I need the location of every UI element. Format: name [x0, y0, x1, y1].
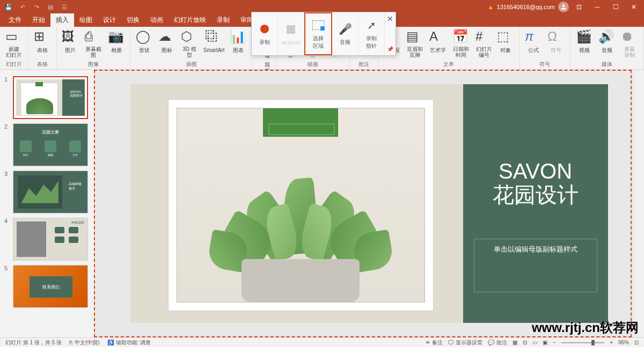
vertical-scrollbar[interactable]	[634, 70, 644, 337]
smartart-button[interactable]: ⿻ SmartArt	[201, 28, 226, 59]
model3d-button[interactable]: ⬡ 3D 模型	[179, 28, 200, 59]
zoom-level[interactable]: 86%	[618, 339, 629, 345]
group-media-label: 媒体	[602, 60, 612, 68]
symbol-icon: Ω	[547, 29, 565, 46]
group-comment-label: 批注	[358, 60, 369, 68]
ribbon-options-icon[interactable]: ⊡	[571, 1, 587, 13]
zoom-out-button[interactable]: −	[553, 339, 556, 345]
smartart-icon: ⿻	[206, 29, 223, 46]
menu-draw[interactable]: 绘图	[74, 13, 98, 27]
workspace: 1 SAVON花园设计 2 花园元素种子灌溉天气 3 高端种植季节 4 种植花园…	[0, 70, 644, 337]
thumb-5[interactable]: 联系我们	[13, 265, 88, 308]
new-slide-button[interactable]: ▭ 新建幻灯片	[3, 28, 25, 59]
group-symbol-label: 符号	[539, 60, 550, 68]
slidenum-button[interactable]: # 幻灯片编号	[474, 28, 494, 59]
display-settings[interactable]: 🖵 显示器设置	[448, 339, 482, 346]
album-button[interactable]: 📷 相册	[106, 28, 127, 59]
thumbnails-panel[interactable]: 1 SAVON花园设计 2 花园元素种子灌溉天气 3 高端种植季节 4 种植花园…	[0, 70, 94, 337]
select-area-button[interactable]: 选择区域	[304, 12, 332, 55]
start-icon[interactable]: ▤	[44, 2, 57, 12]
panel-pin-icon[interactable]: 📌	[387, 46, 393, 52]
table-icon: ⊞	[34, 29, 51, 46]
slide-image-frame[interactable]	[168, 99, 434, 311]
menu-transition[interactable]: 切换	[121, 13, 145, 27]
menu-home[interactable]: 开始	[27, 13, 50, 27]
equation-button[interactable]: π 公式	[523, 28, 544, 59]
undo-icon[interactable]: ↶	[16, 2, 29, 12]
view-sorter-icon[interactable]: ⊟	[523, 339, 527, 345]
icons-button[interactable]: ☁ 图标	[156, 28, 178, 59]
wordart-button[interactable]: A 艺术字	[428, 28, 448, 59]
zoom-in-button[interactable]: +	[610, 339, 613, 345]
icons-icon: ☁	[158, 29, 175, 46]
fit-window-icon[interactable]: ⊡	[634, 339, 639, 345]
audio-button[interactable]: 🔊 音频	[596, 28, 618, 59]
slide-title-panel[interactable]: SAVON 花园设计 单击以编辑母版副标题样式	[463, 84, 608, 323]
language-indicator[interactable]: ⎘中文(中国)	[69, 339, 100, 346]
menu-record[interactable]: 录制	[211, 13, 235, 27]
screenshot-button[interactable]: ⎙ 屏幕截图	[82, 28, 105, 59]
thumb-number: 1	[4, 76, 10, 83]
menu-insert[interactable]: 插入	[50, 13, 74, 27]
view-slideshow-icon[interactable]: ▣	[543, 339, 547, 345]
audio-icon: 🔊	[598, 29, 616, 46]
thumb-1[interactable]: SAVON花园设计	[13, 76, 88, 119]
pointer-toggle[interactable]: ➚ 录制指针	[358, 12, 385, 55]
thumb-2[interactable]: 花园元素种子灌溉天气	[13, 123, 88, 166]
datetime-button[interactable]: 📅 日期和时间	[449, 28, 473, 59]
thumb-4[interactable]: 种植花园	[13, 218, 88, 261]
close-icon[interactable]: ✕	[626, 1, 642, 13]
avatar[interactable]	[558, 2, 569, 12]
slide-area[interactable]: SAVON 花园设计 单击以编辑母版副标题样式	[94, 70, 644, 337]
minimize-icon[interactable]: ─	[589, 1, 605, 13]
comments-button[interactable]: 💬 批注	[488, 339, 507, 346]
menu-animation[interactable]: 动画	[145, 13, 169, 27]
menu-design[interactable]: 设计	[98, 13, 121, 27]
redo-icon[interactable]: ↷	[30, 2, 43, 12]
zoom-slider[interactable]	[561, 342, 604, 343]
wordart-icon: A	[429, 29, 447, 46]
view-normal-icon[interactable]: ▦	[513, 339, 517, 345]
header-button[interactable]: ▤ 页眉和页脚	[403, 28, 427, 59]
new-slide-icon: ▭	[5, 29, 23, 45]
group-images-label: 图像	[88, 60, 99, 68]
screenrec-icon: ⏺	[621, 29, 638, 45]
equation-icon: π	[525, 29, 542, 46]
picture-button[interactable]: 🖼 图片	[60, 28, 80, 59]
record-button[interactable]: 录制	[252, 12, 278, 55]
notes-button[interactable]: ≐ 备注	[426, 339, 443, 346]
mic-icon: 🎤	[338, 21, 353, 36]
svg-marker-1	[21, 181, 58, 203]
audio-toggle[interactable]: 🎤 音频	[332, 12, 358, 55]
plant-image	[199, 173, 402, 302]
warning-icon: ▲	[488, 4, 494, 10]
slide-subtitle-placeholder[interactable]: 单击以编辑母版副标题样式	[474, 239, 597, 292]
chart-button[interactable]: 📊 图表	[228, 28, 249, 59]
table-button[interactable]: ⊞ 表格	[32, 28, 53, 59]
thumb-number: 2	[4, 123, 10, 130]
menu-slideshow[interactable]: 幻灯片放映	[169, 13, 211, 27]
chart-icon: 📊	[230, 29, 247, 46]
slide-canvas[interactable]: SAVON 花园设计 单击以编辑母版副标题样式	[130, 84, 608, 323]
slide-title-text[interactable]: SAVON 花园设计	[474, 159, 597, 206]
maximize-icon[interactable]: ☐	[608, 1, 624, 13]
save-icon[interactable]: 💾	[2, 2, 15, 12]
shapes-button[interactable]: ◯ 形状	[134, 28, 155, 59]
pointer-icon: ➚	[364, 18, 379, 33]
panel-close-button[interactable]: ✕ 📌	[385, 12, 396, 55]
picture-icon: 🖼	[62, 29, 79, 46]
object-button[interactable]: ⬚ 对象	[495, 28, 516, 59]
object-icon: ⬚	[497, 29, 514, 46]
touch-icon[interactable]: ☰	[58, 2, 71, 12]
menu-file[interactable]: 文件	[3, 13, 27, 27]
thumb-number: 3	[4, 171, 10, 177]
video-button[interactable]: 🎬 视频	[574, 28, 595, 59]
stop-button: 00:00:00	[278, 12, 304, 55]
slide-counter[interactable]: 幻灯片 第 1 张，共 5 张	[5, 339, 62, 346]
view-reading-icon[interactable]: ▭	[532, 339, 537, 345]
account-email[interactable]: 1316540616@qq.com	[497, 4, 555, 10]
symbol-button[interactable]: Ω 符号	[545, 28, 567, 59]
accessibility-check[interactable]: ♿ 辅助功能: 调查	[107, 339, 151, 346]
thumb-3[interactable]: 高端种植季节	[13, 171, 88, 213]
screenrec-button[interactable]: ⏺ 屏幕录制	[619, 28, 640, 59]
